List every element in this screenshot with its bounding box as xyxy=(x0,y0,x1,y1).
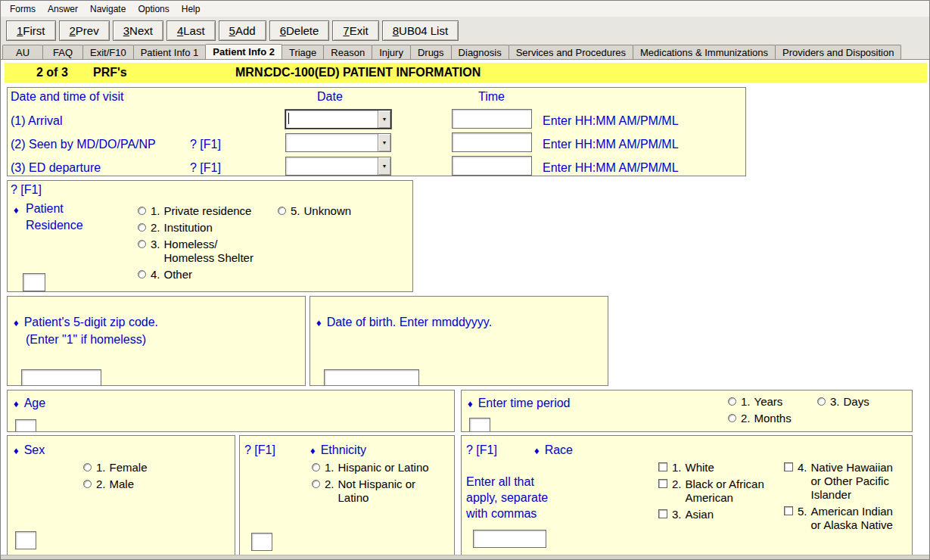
menu-item-navigate[interactable]: Navigate xyxy=(84,2,132,17)
option-text: Native Hawaiian or Other Pacific Islande… xyxy=(811,461,893,502)
race-option-asian[interactable]: 3.Asian xyxy=(658,508,764,521)
sex-option-male[interactable]: 2.Male xyxy=(83,478,148,491)
seen-by-date-combobox[interactable]: ▼ xyxy=(285,133,391,152)
tab-diagnosis[interactable]: Diagnosis xyxy=(451,45,509,59)
race-option-american-indian-alaska-native[interactable]: 5.American Indian or Alaska Native xyxy=(784,505,893,532)
last-record-button[interactable]: 4 Last xyxy=(166,20,216,41)
add-record-button[interactable]: 5 Add xyxy=(219,20,266,41)
option-text: Unknown xyxy=(304,204,352,218)
ub04-list-button[interactable]: 8 UB04 List xyxy=(382,20,459,41)
ethnicity-label: Ethnicity xyxy=(321,443,366,456)
residence-code-input[interactable] xyxy=(23,273,45,291)
tab-drugs[interactable]: Drugs xyxy=(410,45,452,59)
menu-item-options[interactable]: Options xyxy=(132,2,175,17)
age-input[interactable] xyxy=(15,419,36,432)
dob-input[interactable] xyxy=(324,369,419,386)
residence-options-column-1: 1.Private residence 2.Institution 3.Home… xyxy=(138,204,253,285)
ed-departure-help-marker[interactable]: ? [F1] xyxy=(190,161,221,175)
residence-option-homeless[interactable]: 3.Homeless/ Homeless Shelter xyxy=(138,238,253,265)
tab-faq[interactable]: FAQ xyxy=(42,45,83,59)
time-period-options-column-2: 3.Days xyxy=(817,395,869,412)
option-number: 1. xyxy=(151,204,160,218)
tab-injury[interactable]: Injury xyxy=(372,45,411,59)
ethnicity-option-not-hispanic[interactable]: 2.Not Hispanic or Latino xyxy=(312,478,429,505)
sex-option-female[interactable]: 1.Female xyxy=(83,461,148,474)
race-help-marker[interactable]: ? [F1] xyxy=(466,443,497,457)
tab-triage[interactable]: Triage xyxy=(281,45,324,59)
race-option-black-or-african-american[interactable]: 2.Black or African American xyxy=(658,478,764,505)
arrival-time-input[interactable] xyxy=(452,109,532,129)
residence-label: Patient Residence xyxy=(26,201,83,234)
exit-button[interactable]: 7 Exit xyxy=(332,20,378,41)
residence-option-other[interactable]: 4.Other xyxy=(138,268,253,282)
arrival-label: (1) Arrival xyxy=(11,114,62,128)
time-period-input[interactable] xyxy=(469,418,490,432)
race-label-row: ♦Race xyxy=(534,443,573,457)
menu-item-answer[interactable]: Answer xyxy=(42,2,84,17)
time-period-option-years[interactable]: 1.Years xyxy=(728,395,792,409)
menu-item-forms[interactable]: Forms xyxy=(4,2,42,17)
last-accel-key: 4 xyxy=(177,24,183,37)
ed-departure-date-combobox[interactable]: ▼ xyxy=(285,157,391,176)
tab-services-and-procedures[interactable]: Services and Procedures xyxy=(509,45,633,59)
radio-icon xyxy=(138,240,146,248)
ethnicity-option-hispanic[interactable]: 1.Hispanic or Latino xyxy=(312,461,429,474)
residence-help-marker[interactable]: ? [F1] xyxy=(11,183,42,197)
race-options-column-2: 4.Native Hawaiian or Other Pacific Islan… xyxy=(784,461,893,535)
tab-exit-f10[interactable]: Exit/F10 xyxy=(82,45,134,59)
residence-option-institution[interactable]: 2.Institution xyxy=(138,221,253,235)
radio-icon xyxy=(138,223,146,232)
residence-option-unknown[interactable]: 5.Unknown xyxy=(278,204,351,218)
age-label: Age xyxy=(24,397,45,409)
seen-by-help-marker[interactable]: ? [F1] xyxy=(190,138,221,151)
required-diamond-icon: ♦ xyxy=(316,317,322,328)
delete-label: Delete xyxy=(286,24,319,37)
residence-option-private-residence[interactable]: 1.Private residence xyxy=(138,204,253,218)
arrival-date-dropdown-button[interactable]: ▼ xyxy=(378,110,390,128)
dob-label-row: ♦Date of birth. Enter mmddyyyy. xyxy=(316,316,492,329)
required-diamond-icon: ♦ xyxy=(14,398,19,409)
tab-patient-info-1[interactable]: Patient Info 1 xyxy=(133,45,207,59)
race-option-native-hawaiian-pacific-islander[interactable]: 4.Native Hawaiian or Other Pacific Islan… xyxy=(784,461,893,502)
first-accel-key: 1 xyxy=(17,24,23,37)
visit-datetime-panel: Date and time of visit Date Time (1) Arr… xyxy=(7,87,746,176)
time-period-option-days[interactable]: 3.Days xyxy=(817,395,869,409)
zip-code-panel: ♦Patient's 5-digit zip code. (Enter "1" … xyxy=(7,296,306,386)
race-input[interactable] xyxy=(473,530,546,548)
delete-accel-key: 6 xyxy=(280,24,286,37)
status-bar xyxy=(1,555,929,559)
tab-reason[interactable]: Reason xyxy=(323,45,372,59)
tab-providers-and-disposition[interactable]: Providers and Disposition xyxy=(775,45,901,59)
arrival-date-combobox[interactable]: ▼ xyxy=(285,110,391,129)
chevron-down-icon: ▼ xyxy=(382,140,387,145)
sex-input[interactable] xyxy=(15,531,36,549)
seen-by-time-hint: Enter HH:MM AM/PM/ML xyxy=(543,138,679,151)
delete-record-button[interactable]: 6 Delete xyxy=(269,20,330,41)
sex-options-column: 1.Female 2.Male xyxy=(83,461,148,494)
menu-item-help[interactable]: Help xyxy=(176,2,207,17)
next-record-button[interactable]: 3 Next xyxy=(113,20,163,41)
exit-accel-key: 7 xyxy=(343,24,349,37)
radio-icon xyxy=(312,463,320,471)
ed-departure-date-dropdown-button[interactable]: ▼ xyxy=(378,157,390,175)
first-record-button[interactable]: 1 First xyxy=(6,20,56,41)
seen-by-date-dropdown-button[interactable]: ▼ xyxy=(378,134,390,151)
zip-code-input[interactable] xyxy=(21,369,101,386)
race-option-white[interactable]: 1.White xyxy=(658,461,764,474)
tab-patient-info-2[interactable]: Patient Info 2 xyxy=(205,44,282,59)
add-label: Add xyxy=(235,24,256,37)
record-navigation-toolbar: 1 First 2 Prev 3 Next 4 Last 5 Add 6 Del… xyxy=(1,17,929,45)
ed-departure-time-input[interactable] xyxy=(452,156,532,176)
zip-label: Patient's 5-digit zip code. xyxy=(24,316,158,328)
first-label: First xyxy=(23,24,45,37)
ethnicity-help-marker[interactable]: ? [F1] xyxy=(244,443,275,457)
seen-by-time-input[interactable] xyxy=(452,132,532,152)
zip-label-row: ♦Patient's 5-digit zip code. xyxy=(14,316,158,329)
time-period-option-months[interactable]: 2.Months xyxy=(728,412,792,425)
ethnicity-input[interactable] xyxy=(251,533,272,551)
tab-au[interactable]: AU xyxy=(2,45,43,59)
exit-label: Exit xyxy=(350,24,369,37)
tab-medications-immunizations[interactable]: Medications & Immunizations xyxy=(633,45,776,59)
option-text: Days xyxy=(844,395,869,409)
prev-record-button[interactable]: 2 Prev xyxy=(59,20,110,41)
